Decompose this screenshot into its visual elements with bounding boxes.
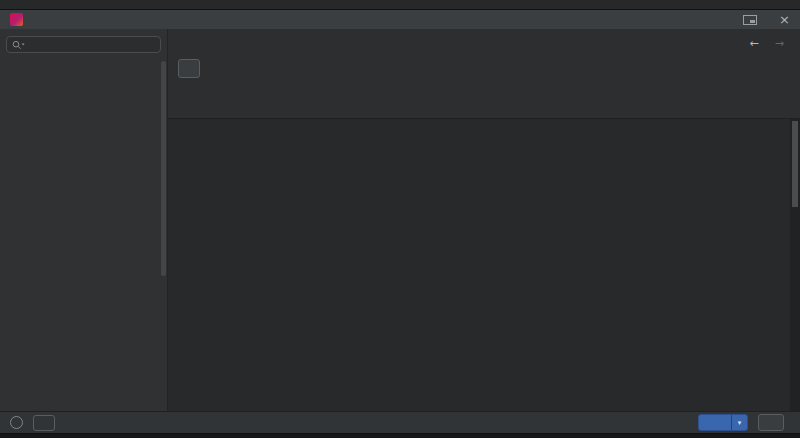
rider-logo-icon — [10, 13, 23, 26]
code-scrollbar-track[interactable] — [790, 119, 800, 411]
dialog-bottom-bar: ▾ — [0, 411, 800, 433]
manage-layers-button[interactable] — [33, 415, 55, 431]
screen: × ← → — [0, 0, 800, 438]
close-icon[interactable]: × — [779, 15, 790, 25]
breadcrumb — [168, 29, 800, 51]
code-editor[interactable] — [168, 118, 800, 411]
save-button[interactable] — [699, 415, 731, 430]
window-float-icon[interactable] — [743, 15, 757, 25]
dialog-titlebar: × — [0, 10, 800, 29]
search-icon — [12, 40, 25, 50]
auto-detect-button[interactable] — [178, 59, 200, 78]
code-scrollbar-thumb[interactable] — [792, 121, 798, 207]
save-dropdown-icon[interactable]: ▾ — [732, 415, 747, 430]
codestyle-tabs — [168, 87, 800, 105]
settings-dialog: × ← → — [0, 10, 800, 433]
ide-background-code — [0, 0, 800, 10]
help-icon[interactable] — [10, 416, 23, 429]
search-input[interactable] — [29, 39, 155, 50]
cancel-button[interactable] — [758, 414, 784, 431]
settings-main-pane: ← → — [168, 29, 800, 411]
settings-search-field[interactable] — [6, 36, 161, 53]
save-split-button: ▾ — [698, 414, 748, 431]
nav-back-icon[interactable]: ← — [750, 37, 759, 50]
sidebar-scrollbar[interactable] — [161, 61, 166, 276]
nav-forward-icon[interactable]: → — [775, 37, 784, 50]
settings-sidebar — [0, 29, 168, 411]
